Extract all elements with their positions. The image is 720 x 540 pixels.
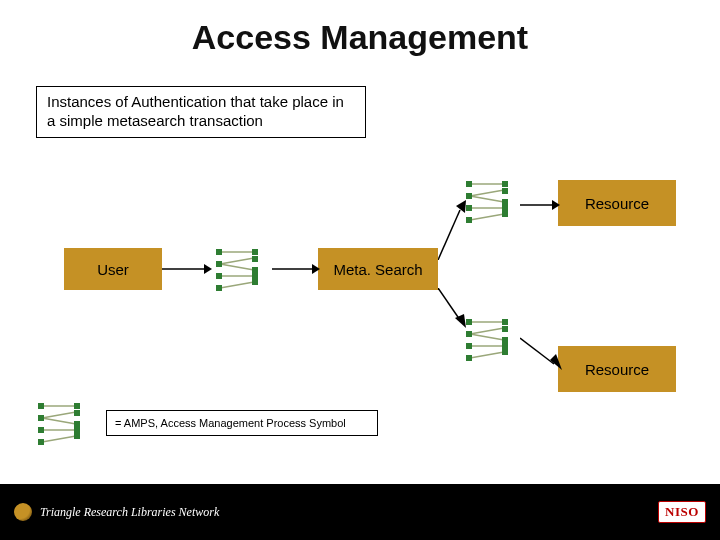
- svg-line-60: [438, 288, 460, 320]
- svg-rect-34: [502, 319, 508, 325]
- svg-rect-27: [502, 211, 508, 217]
- svg-rect-12: [252, 273, 258, 279]
- node-resource-top: Resource: [558, 180, 676, 226]
- caption-box: Instances of Authentication that take pl…: [36, 86, 366, 138]
- svg-line-15: [470, 190, 504, 196]
- amps-icon: [460, 178, 522, 224]
- svg-rect-36: [502, 326, 508, 332]
- svg-rect-20: [502, 181, 508, 187]
- svg-rect-8: [252, 256, 258, 262]
- svg-line-61: [520, 338, 554, 364]
- svg-rect-53: [38, 439, 44, 445]
- svg-rect-19: [466, 181, 472, 187]
- node-metasearch-label: Meta. Search: [333, 261, 422, 278]
- amps-icon: [460, 316, 522, 362]
- arrow-user-to-amps: [162, 260, 212, 278]
- svg-rect-11: [216, 285, 222, 291]
- svg-rect-6: [252, 249, 258, 255]
- svg-rect-50: [74, 410, 80, 416]
- svg-rect-47: [38, 403, 44, 409]
- svg-rect-21: [466, 193, 472, 199]
- svg-rect-38: [502, 337, 508, 343]
- svg-rect-22: [502, 188, 508, 194]
- trln-label: Triangle Research Libraries Network: [40, 505, 219, 520]
- svg-rect-7: [216, 261, 222, 267]
- trln-logo-icon: [14, 503, 32, 521]
- niso-label: NISO: [665, 504, 699, 520]
- node-metasearch: Meta. Search: [318, 248, 438, 290]
- node-resource-top-label: Resource: [585, 195, 649, 212]
- niso-badge: NISO: [658, 501, 706, 523]
- arrow-meta-to-amps-top: [438, 200, 468, 260]
- svg-rect-13: [252, 279, 258, 285]
- node-resource-bottom-label: Resource: [585, 361, 649, 378]
- amps-icon: [32, 400, 94, 446]
- svg-line-32: [470, 352, 504, 358]
- svg-rect-37: [466, 343, 472, 349]
- svg-line-46: [42, 436, 76, 442]
- node-resource-bottom: Resource: [558, 346, 676, 392]
- footer-bar: Triangle Research Libraries Network NISO: [0, 484, 720, 540]
- page-title: Access Management: [0, 18, 720, 57]
- svg-rect-49: [38, 415, 44, 421]
- svg-line-1: [220, 258, 254, 264]
- svg-line-2: [220, 264, 254, 270]
- svg-rect-51: [38, 427, 44, 433]
- svg-rect-26: [502, 205, 508, 211]
- arrow-meta-to-amps-bottom: [438, 288, 468, 328]
- svg-line-4: [220, 282, 254, 288]
- node-user: User: [64, 248, 162, 290]
- svg-rect-52: [74, 421, 80, 427]
- svg-rect-9: [216, 273, 222, 279]
- svg-line-29: [470, 328, 504, 334]
- svg-rect-35: [466, 331, 472, 337]
- svg-line-43: [42, 412, 76, 418]
- arrow-amps-bottom-to-resource: [520, 334, 564, 372]
- svg-rect-24: [502, 199, 508, 205]
- svg-line-16: [470, 196, 504, 202]
- legend-box: = AMPS, Access Management Process Symbol: [106, 410, 378, 436]
- svg-rect-40: [502, 343, 508, 349]
- amps-icon: [210, 246, 272, 292]
- svg-rect-10: [252, 267, 258, 273]
- svg-line-58: [438, 210, 460, 260]
- node-user-label: User: [97, 261, 129, 278]
- svg-rect-48: [74, 403, 80, 409]
- svg-line-44: [42, 418, 76, 424]
- svg-rect-41: [502, 349, 508, 355]
- legend-text: = AMPS, Access Management Process Symbol: [115, 417, 346, 429]
- svg-line-18: [470, 214, 504, 220]
- arrow-amps-to-meta: [272, 260, 320, 278]
- caption-text: Instances of Authentication that take pl…: [47, 93, 355, 131]
- svg-rect-54: [74, 427, 80, 433]
- svg-rect-39: [466, 355, 472, 361]
- trln-badge: Triangle Research Libraries Network: [14, 503, 219, 521]
- svg-rect-55: [74, 433, 80, 439]
- arrow-amps-top-to-resource: [520, 196, 560, 214]
- svg-line-30: [470, 334, 504, 340]
- svg-rect-5: [216, 249, 222, 255]
